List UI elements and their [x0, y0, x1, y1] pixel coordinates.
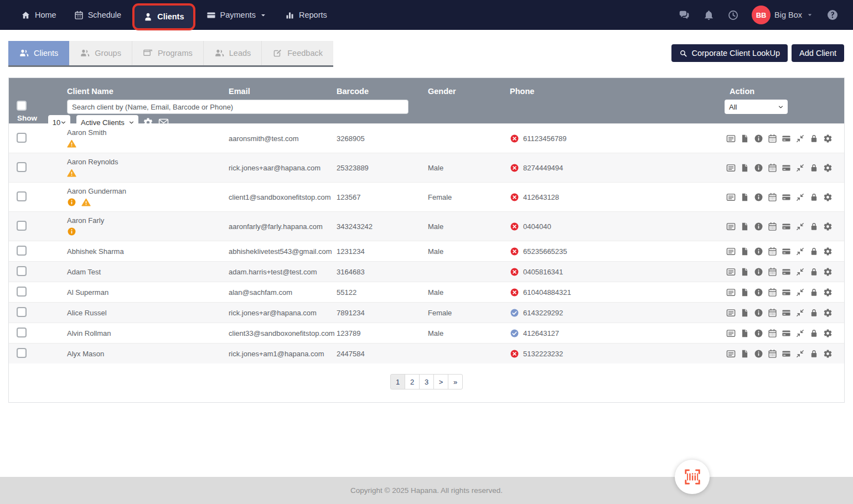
client-info-button[interactable]: [754, 329, 763, 338]
schedule-button[interactable]: [768, 308, 777, 318]
client-settings-button[interactable]: [823, 134, 833, 143]
client-settings-button[interactable]: [823, 329, 833, 338]
client-name[interactable]: Aaron Smith: [67, 128, 229, 137]
client-info-button[interactable]: [754, 288, 763, 297]
client-name[interactable]: Aaron Farly: [67, 216, 229, 225]
payment-methods-button[interactable]: [782, 267, 791, 277]
payment-methods-button[interactable]: [782, 193, 791, 202]
client-info-button[interactable]: [754, 222, 763, 231]
payment-methods-button[interactable]: [782, 288, 791, 297]
lock-account-button[interactable]: [809, 308, 819, 318]
payment-methods-button[interactable]: [782, 247, 791, 256]
info-icon[interactable]: [67, 227, 76, 236]
merge-client-button[interactable]: [795, 134, 805, 143]
next-page-button[interactable]: >: [433, 374, 448, 389]
page-button-2[interactable]: 2: [405, 374, 420, 389]
client-info-button[interactable]: [754, 308, 763, 318]
lock-account-button[interactable]: [809, 349, 819, 358]
client-settings-button[interactable]: [823, 222, 833, 231]
row-checkbox[interactable]: [17, 307, 27, 317]
documents-button[interactable]: [740, 247, 749, 256]
documents-button[interactable]: [740, 163, 749, 173]
row-checkbox[interactable]: [17, 133, 27, 143]
schedule-button[interactable]: [768, 247, 777, 256]
lock-account-button[interactable]: [809, 222, 819, 231]
tab-programs[interactable]: Programs: [132, 41, 204, 65]
client-settings-button[interactable]: [823, 193, 833, 202]
user-menu[interactable]: BB Big Box: [752, 6, 814, 24]
payment-methods-button[interactable]: [782, 308, 791, 318]
payment-methods-button[interactable]: [782, 349, 791, 358]
nav-item-clients[interactable]: Clients: [132, 3, 195, 30]
documents-button[interactable]: [740, 134, 749, 143]
lock-account-button[interactable]: [809, 288, 819, 297]
client-info-button[interactable]: [754, 193, 763, 202]
documents-button[interactable]: [740, 288, 749, 297]
client-info-button[interactable]: [754, 349, 763, 358]
notifications-icon[interactable]: [703, 9, 715, 21]
documents-button[interactable]: [740, 193, 749, 202]
select-all-checkbox[interactable]: [17, 101, 27, 111]
client-info-button[interactable]: [754, 163, 763, 173]
merge-client-button[interactable]: [795, 349, 805, 358]
client-card-button[interactable]: [726, 247, 736, 256]
page-button-3[interactable]: 3: [419, 374, 434, 389]
nav-item-schedule[interactable]: Schedule: [68, 6, 128, 24]
warning-icon[interactable]: [67, 168, 76, 178]
schedule-button[interactable]: [768, 134, 777, 143]
lock-account-button[interactable]: [809, 267, 819, 277]
documents-button[interactable]: [740, 222, 749, 231]
row-checkbox[interactable]: [17, 348, 27, 358]
client-name[interactable]: Alice Russel: [67, 309, 229, 317]
merge-client-button[interactable]: [795, 247, 805, 256]
client-name[interactable]: Aaron Reynolds: [67, 158, 229, 166]
merge-client-button[interactable]: [795, 222, 805, 231]
client-info-button[interactable]: [754, 247, 763, 256]
client-card-button[interactable]: [726, 163, 736, 173]
lock-account-button[interactable]: [809, 134, 819, 143]
client-settings-button[interactable]: [823, 163, 833, 173]
schedule-button[interactable]: [768, 222, 777, 231]
last-page-button[interactable]: »: [448, 374, 463, 389]
payment-methods-button[interactable]: [782, 134, 791, 143]
merge-client-button[interactable]: [795, 267, 805, 277]
payment-methods-button[interactable]: [782, 163, 791, 173]
client-name[interactable]: Aaron Gunderman: [67, 187, 229, 195]
nav-item-payments[interactable]: Payments: [200, 6, 274, 24]
schedule-button[interactable]: [768, 329, 777, 338]
info-icon[interactable]: [67, 198, 76, 207]
nav-item-home[interactable]: Home: [14, 6, 63, 24]
client-search-input[interactable]: [67, 100, 409, 114]
client-name[interactable]: Abhishek Sharma: [67, 247, 229, 256]
client-settings-button[interactable]: [823, 349, 833, 358]
row-checkbox[interactable]: [17, 191, 27, 201]
schedule-button[interactable]: [768, 163, 777, 173]
client-card-button[interactable]: [726, 349, 736, 358]
client-settings-button[interactable]: [823, 288, 833, 297]
client-settings-button[interactable]: [823, 267, 833, 277]
client-settings-button[interactable]: [823, 247, 833, 256]
row-checkbox[interactable]: [17, 246, 27, 256]
help-icon[interactable]: [826, 9, 839, 21]
client-settings-button[interactable]: [823, 308, 833, 318]
add-client-button[interactable]: Add Client: [792, 44, 844, 62]
row-checkbox[interactable]: [17, 162, 27, 172]
corporate-client-lookup-button[interactable]: Corporate Client LookUp: [671, 44, 788, 62]
client-info-button[interactable]: [754, 267, 763, 277]
tab-leads[interactable]: Leads: [204, 41, 262, 65]
client-card-button[interactable]: [726, 193, 736, 202]
history-icon[interactable]: [727, 9, 739, 21]
lock-account-button[interactable]: [809, 247, 819, 256]
client-card-button[interactable]: [726, 134, 736, 143]
page-button-1[interactable]: 1: [390, 374, 405, 389]
payment-methods-button[interactable]: [782, 329, 791, 338]
client-name[interactable]: Adam Test: [67, 268, 229, 276]
avatar[interactable]: BB: [752, 6, 771, 24]
merge-client-button[interactable]: [795, 329, 805, 338]
documents-button[interactable]: [740, 267, 749, 277]
schedule-button[interactable]: [768, 193, 777, 202]
gender-filter-select[interactable]: All: [725, 100, 788, 114]
client-card-button[interactable]: [726, 267, 736, 277]
tab-groups[interactable]: Groups: [69, 41, 132, 65]
lock-account-button[interactable]: [809, 329, 819, 338]
